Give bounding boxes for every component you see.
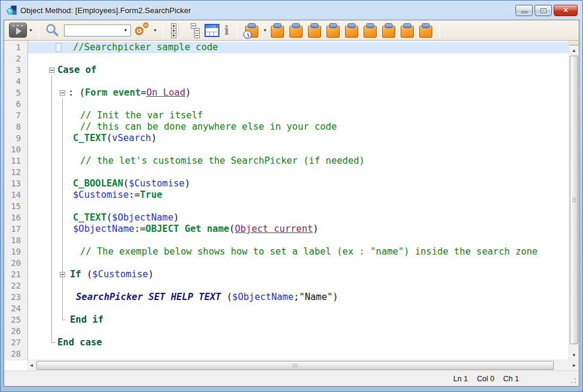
horizontal-scrollbar[interactable]: ◄ ► bbox=[4, 360, 579, 370]
chevron-down-icon[interactable]: ▼ bbox=[29, 28, 33, 32]
chevron-down-icon[interactable]: ▼ bbox=[263, 28, 267, 32]
line-number: 19 bbox=[4, 246, 28, 258]
code-line-14[interactable]: $Customise:=True bbox=[28, 189, 569, 201]
code-line-19[interactable]: // The exemple below shows how to set a … bbox=[28, 246, 569, 258]
macros-button[interactable]: ⚙ ⚙ ▼ bbox=[135, 23, 157, 38]
line-number: 21 bbox=[4, 269, 28, 280]
line-number: 13 bbox=[4, 178, 28, 189]
code-editor[interactable]: //Searchpicker sample codeCase of: (Form… bbox=[28, 41, 569, 360]
fold-collapse-icon[interactable] bbox=[49, 68, 54, 73]
code-line-10[interactable] bbox=[28, 144, 569, 155]
horizontal-scroll-track[interactable] bbox=[36, 360, 570, 370]
code-line-3[interactable]: Case of bbox=[28, 65, 569, 76]
code-line-17[interactable]: $ObjectName:=OBJECT Get name(Object curr… bbox=[28, 223, 569, 235]
clipboard-icon[interactable] bbox=[363, 23, 377, 38]
line-number: 6 bbox=[4, 99, 28, 110]
indent-guide bbox=[62, 99, 66, 320]
line-number: 12 bbox=[4, 167, 28, 178]
line-number: 11 bbox=[4, 155, 28, 167]
line-number: 5 bbox=[4, 87, 28, 99]
caret-marker bbox=[56, 43, 62, 52]
code-line-23[interactable]: SearchPicker SET HELP TEXT ($ObjectName;… bbox=[28, 292, 569, 303]
clipboard-icon[interactable] bbox=[326, 23, 340, 38]
search-input[interactable] bbox=[65, 26, 121, 35]
code-line-2[interactable] bbox=[28, 53, 569, 65]
method-properties-button[interactable] bbox=[204, 24, 219, 37]
line-number: 22 bbox=[4, 280, 28, 292]
code-line-7[interactable]: // Init the var itself bbox=[28, 110, 569, 121]
scroll-left-arrow[interactable]: ◄ bbox=[27, 360, 36, 370]
code-line-6[interactable] bbox=[28, 99, 569, 110]
code-line-5[interactable]: : (Form event=On Load) bbox=[28, 87, 569, 99]
vertical-scroll-track[interactable] bbox=[569, 55, 579, 350]
chevron-down-icon[interactable]: ▼ bbox=[121, 28, 130, 32]
code-line-26[interactable] bbox=[28, 326, 569, 337]
toolbar-separator bbox=[237, 22, 237, 39]
restore-button[interactable] bbox=[535, 5, 552, 16]
scroll-up-arrow[interactable]: ▲ bbox=[569, 45, 579, 55]
thumb-grip bbox=[293, 363, 297, 368]
chevron-down-icon[interactable]: ▼ bbox=[153, 28, 157, 32]
search-combobox[interactable]: ▼ bbox=[64, 24, 131, 36]
window-controls: ✕ bbox=[515, 5, 578, 16]
information-button[interactable]: i bbox=[222, 24, 231, 37]
fold-collapse-icon[interactable] bbox=[60, 90, 65, 96]
code-line-21[interactable]: If ($Customise) bbox=[28, 269, 569, 280]
expand-all-button[interactable] bbox=[169, 23, 184, 38]
code-line-9[interactable]: C_TEXT(vSearch) bbox=[28, 133, 569, 144]
line-number: 10 bbox=[4, 144, 28, 155]
clipboard-icon[interactable] bbox=[344, 23, 359, 38]
collapse-all-button[interactable] bbox=[187, 23, 202, 38]
code-line-24[interactable] bbox=[28, 303, 569, 314]
line-number: 9 bbox=[4, 133, 28, 144]
line-number: 14 bbox=[4, 189, 28, 201]
scroll-right-arrow[interactable]: ► bbox=[570, 360, 579, 370]
clipboard-icon[interactable] bbox=[270, 23, 285, 38]
splitter-handle[interactable] bbox=[569, 41, 579, 45]
clipboard-icon[interactable] bbox=[381, 23, 396, 38]
minimize-icon bbox=[521, 11, 527, 13]
gears-icon: ⚙ ⚙ bbox=[135, 23, 151, 38]
close-icon: ✕ bbox=[563, 7, 568, 14]
code-line-18[interactable] bbox=[28, 235, 569, 246]
line-number: 3 bbox=[4, 65, 28, 76]
code-line-15[interactable] bbox=[28, 201, 569, 212]
line-number: 15 bbox=[4, 201, 28, 212]
scroll-down-arrow[interactable]: ▼ bbox=[569, 350, 579, 360]
clipboard-icon[interactable] bbox=[289, 23, 303, 38]
line-number: 1 bbox=[4, 42, 28, 53]
resize-grip[interactable] bbox=[570, 378, 576, 384]
code-line-20[interactable] bbox=[28, 258, 569, 269]
thumb-grip bbox=[572, 198, 576, 202]
line-number: 24 bbox=[4, 303, 28, 314]
status-bar: Ln 1 Col 0 Ch 1 bbox=[4, 370, 579, 386]
toolbar-separator bbox=[163, 22, 163, 39]
search-button[interactable] bbox=[44, 23, 60, 38]
play-icon bbox=[9, 23, 27, 38]
toolbar: ▼ ▼ ⚙ ⚙ ▼ bbox=[4, 20, 579, 41]
vertical-scrollbar[interactable]: ▲ ▼ bbox=[569, 41, 579, 360]
code-line-16[interactable]: C_TEXT($ObjectName) bbox=[28, 212, 569, 223]
code-line-1[interactable]: //Searchpicker sample code bbox=[28, 42, 569, 53]
close-button[interactable]: ✕ bbox=[554, 5, 578, 16]
clipboard-icon[interactable] bbox=[307, 23, 322, 38]
tree-expand-icon bbox=[170, 23, 182, 38]
clipboard-icon[interactable] bbox=[419, 23, 433, 38]
code-line-25[interactable]: End if bbox=[28, 314, 569, 326]
line-number: 23 bbox=[4, 292, 28, 303]
code-line-28[interactable] bbox=[28, 348, 569, 360]
code-line-8[interactable]: // this can be done anywhere else in you… bbox=[28, 121, 569, 133]
code-line-27[interactable]: End case bbox=[28, 337, 569, 348]
execute-method-button[interactable]: ▼ bbox=[9, 23, 33, 38]
horizontal-scroll-thumb[interactable] bbox=[36, 361, 554, 370]
code-line-12[interactable] bbox=[28, 167, 569, 178]
code-line-4[interactable] bbox=[28, 76, 569, 87]
clipboard-icon[interactable] bbox=[400, 23, 414, 38]
info-icon: i bbox=[222, 24, 231, 37]
minimize-button[interactable] bbox=[515, 5, 533, 16]
code-line-22[interactable] bbox=[28, 280, 569, 292]
vertical-scroll-thumb[interactable] bbox=[570, 56, 578, 344]
clipboard-history-button[interactable]: ▼ bbox=[243, 23, 267, 38]
code-line-13[interactable]: C_BOOLEAN($Customise) bbox=[28, 178, 569, 189]
code-line-11[interactable]: // the let's customise the SearchPicker … bbox=[28, 155, 569, 167]
